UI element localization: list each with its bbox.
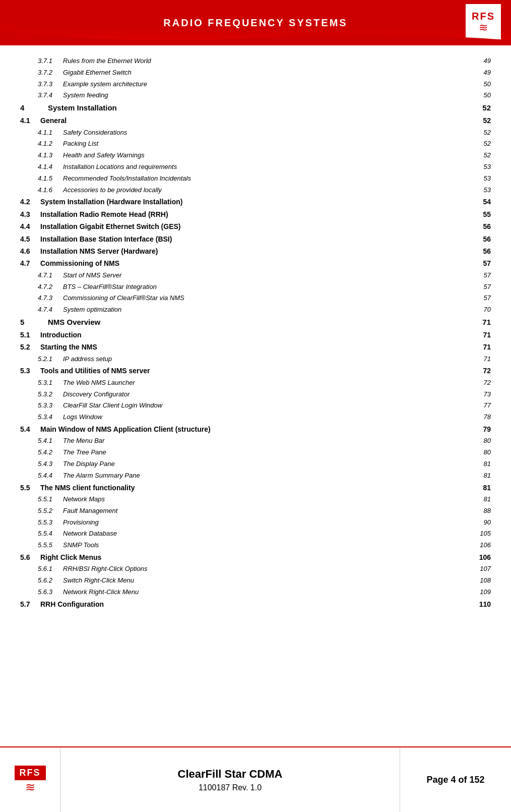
- toc-page: 72: [476, 365, 491, 376]
- toc-row: 5.5.1Network Maps81: [20, 494, 491, 505]
- toc-text: NMS Overview: [48, 316, 100, 328]
- toc-row: 4System Installation52: [20, 101, 491, 114]
- toc-number: 3.7.1: [38, 56, 63, 67]
- toc-page: 49: [476, 56, 491, 67]
- toc-text: SNMP Tools: [63, 540, 99, 551]
- toc-row: 5.3Tools and Utilities of NMS server72: [20, 365, 491, 377]
- toc-row: 5.5.2Fault Management88: [20, 505, 491, 517]
- toc-left-7: 4.1.2Packing List: [20, 139, 476, 149]
- toc-page: 107: [476, 564, 491, 574]
- toc-text: Rules from the Ethernet World: [63, 56, 151, 67]
- toc-page: 57: [476, 258, 491, 269]
- toc-row: 4.1.6Accessories to be provided locally5…: [20, 185, 491, 196]
- toc-text: Network Database: [63, 529, 117, 539]
- toc-left-23: 5.1Introduction: [20, 329, 476, 340]
- toc-text: Network Right-Click Menu: [63, 587, 139, 598]
- toc-text: Tools and Utilities of NMS server: [40, 365, 150, 376]
- toc-left-14: 4.4Installation Gigabit Ethernet Switch …: [20, 221, 476, 232]
- toc-number: 4.1.5: [38, 173, 63, 184]
- toc-number: 5.3.3: [38, 400, 63, 411]
- toc-number: 4.1.2: [38, 139, 63, 149]
- toc-text: The NMS client functionality: [40, 482, 135, 493]
- toc-page: 81: [476, 494, 491, 505]
- toc-left-3: 3.7.4System feeding: [20, 90, 476, 101]
- header-wave-decoration: [0, 30, 511, 45]
- toc-row: 4.1.5Recommended Tools/Installation Inci…: [20, 173, 491, 185]
- toc-page: 71: [476, 316, 491, 328]
- toc-row: 5.5The NMS client functionality81: [20, 482, 491, 494]
- toc-row: 5.5.4Network Database105: [20, 528, 491, 540]
- toc-row: 3.7.2Gigabit Ethernet Switch49: [20, 67, 491, 79]
- toc-page: 77: [476, 400, 491, 411]
- toc-number: 4.7: [20, 258, 40, 269]
- toc-number: 4.1.4: [38, 162, 63, 172]
- toc-text: System Installation: [48, 102, 117, 114]
- toc-text: Commissioning of ClearFill®Star via NMS: [63, 293, 184, 304]
- toc-text: Discovery Configurator: [63, 389, 130, 400]
- toc-row: 4.7.1Start of NMS Server57: [20, 270, 491, 281]
- page-header: RADIO FREQUENCY SYSTEMS RFS ≋: [0, 0, 511, 45]
- toc-left-0: 3.7.1Rules from the Ethernet World: [20, 56, 476, 67]
- toc-page: 55: [476, 209, 491, 220]
- toc-text: System optimization: [63, 305, 121, 315]
- toc-page: 81: [476, 482, 491, 493]
- toc-number: 3.7.4: [38, 90, 63, 101]
- toc-row: 5.6.2Switch Right-Click Menu108: [20, 575, 491, 587]
- toc-page: 53: [476, 173, 491, 184]
- toc-text: Provisioning: [63, 517, 99, 528]
- toc-number: 4.7.3: [38, 293, 63, 304]
- toc-page: 53: [476, 185, 491, 196]
- footer-center: ClearFill Star CDMA 1100187 Rev. 1.0: [60, 747, 400, 812]
- toc-page: 71: [476, 329, 491, 340]
- toc-left-5: 4.1General: [20, 115, 476, 126]
- toc-left-38: 5.5.2Fault Management: [20, 506, 476, 516]
- toc-text: Commissioning of NMS: [40, 258, 119, 269]
- toc-left-8: 4.1.3Health and Safety Warnings: [20, 150, 476, 161]
- toc-text: System Installation (Hardware Installati…: [40, 196, 182, 207]
- toc-left-41: 5.5.5SNMP Tools: [20, 540, 476, 551]
- toc-page: 56: [476, 221, 491, 232]
- toc-row: 5.3.3ClearFill Star Client Login Window7…: [20, 400, 491, 412]
- toc-left-34: 5.4.3The Display Pane: [20, 459, 476, 470]
- toc-number: 5.4.2: [38, 447, 63, 458]
- toc-number: 5.4.4: [38, 471, 63, 481]
- toc-page: 56: [476, 246, 491, 257]
- toc-container: 3.7.1Rules from the Ethernet World493.7.…: [0, 45, 511, 620]
- toc-page: 52: [476, 128, 491, 138]
- footer-logo-wave-icon: ≋: [25, 780, 35, 794]
- toc-left-31: 5.4Main Window of NMS Application Client…: [20, 424, 476, 435]
- toc-row: 3.7.3Example system architecture50: [20, 79, 491, 90]
- toc-page: 71: [476, 354, 491, 365]
- toc-row: 5.2Starting the NMS71: [20, 341, 491, 353]
- toc-page: 80: [476, 436, 491, 446]
- toc-row: 5NMS Overview71: [20, 316, 491, 329]
- toc-text: BTS – ClearFill®Star Integration: [63, 282, 157, 293]
- toc-number: 4.7.1: [38, 270, 63, 281]
- toc-number: 5.5.5: [38, 540, 63, 551]
- toc-row: 4.2System Installation (Hardware Install…: [20, 196, 491, 208]
- toc-text: Installation Locations and requirements: [63, 162, 177, 172]
- toc-left-32: 5.4.1The Menu Bar: [20, 436, 476, 446]
- footer-page-number: Page 4 of 152: [426, 775, 484, 785]
- toc-page: 49: [476, 68, 491, 78]
- toc-text: Introduction: [40, 329, 82, 340]
- toc-left-16: 4.6Installation NMS Server (Hardware): [20, 246, 476, 257]
- toc-page: 81: [476, 459, 491, 470]
- toc-page: 71: [476, 341, 491, 353]
- toc-text: Network Maps: [63, 494, 105, 505]
- header-title: RADIO FREQUENCY SYSTEMS: [163, 17, 347, 29]
- footer-logo: RFS ≋: [0, 747, 60, 812]
- toc-page: 52: [476, 102, 491, 114]
- toc-number: 4.3: [20, 209, 40, 220]
- toc-left-42: 5.6Right Click Menus: [20, 552, 476, 563]
- toc-page: 52: [476, 139, 491, 149]
- toc-left-26: 5.3Tools and Utilities of NMS server: [20, 365, 476, 376]
- toc-number: 3.7.3: [38, 79, 63, 90]
- toc-page: 52: [476, 150, 491, 161]
- toc-left-22: 5NMS Overview: [20, 316, 476, 328]
- toc-left-1: 3.7.2Gigabit Ethernet Switch: [20, 68, 476, 78]
- toc-left-33: 5.4.2The Tree Pane: [20, 447, 476, 458]
- toc-row: 4.1.3Health and Safety Warnings52: [20, 150, 491, 161]
- toc-row: 5.4.4The Alarm Summary Pane81: [20, 470, 491, 482]
- toc-text: Start of NMS Server: [63, 270, 121, 281]
